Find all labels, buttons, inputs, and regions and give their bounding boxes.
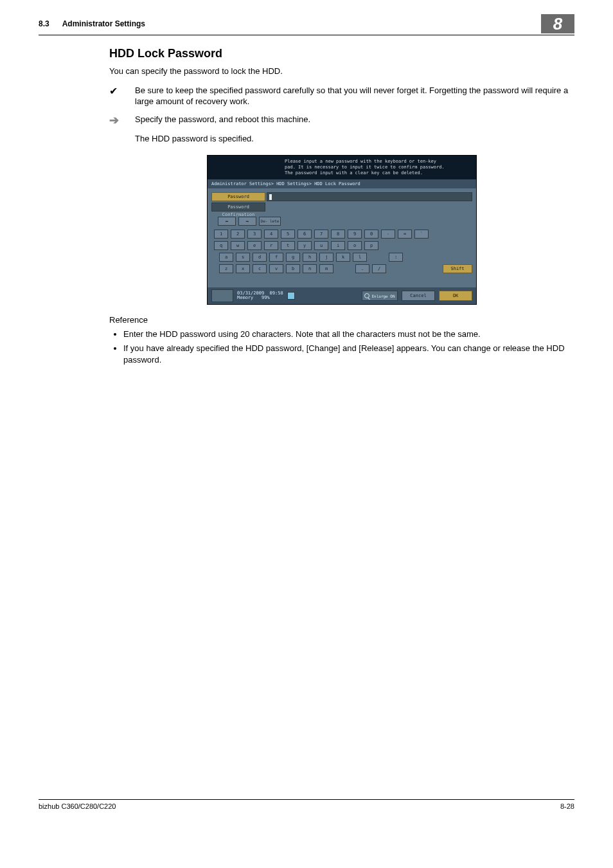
checkmark-icon: ✔ bbox=[109, 85, 135, 107]
arrow-left-icon: ⬅ bbox=[226, 219, 229, 224]
key-g[interactable]: g bbox=[286, 253, 300, 262]
procedure-result: The HDD password is specified. bbox=[135, 134, 574, 143]
cursor-right-button[interactable]: ➡ bbox=[238, 217, 256, 226]
keyboard-row-4: z x c v b n m . / Shift bbox=[219, 264, 472, 273]
page-title: HDD Lock Password bbox=[109, 47, 574, 60]
password-input[interactable] bbox=[267, 192, 472, 201]
key-backtick[interactable]: ` bbox=[414, 230, 429, 239]
procedure-item: ➔ Specify the password, and reboot this … bbox=[109, 114, 574, 128]
chapter-tab: 8 bbox=[541, 14, 574, 33]
key-m[interactable]: m bbox=[319, 264, 333, 273]
text-caret bbox=[269, 194, 272, 200]
key-h[interactable]: h bbox=[303, 253, 317, 262]
procedure-text: Specify the password, and reboot this ma… bbox=[135, 114, 574, 128]
key-a[interactable]: a bbox=[219, 253, 233, 262]
key-r[interactable]: r bbox=[264, 241, 278, 250]
status-memory-label: Memory bbox=[237, 295, 253, 300]
footer-page-number: 8-28 bbox=[560, 802, 574, 810]
keyboard-row-1: 1 2 3 4 5 6 7 8 9 0 - = ` bbox=[214, 230, 472, 239]
key-j[interactable]: j bbox=[319, 253, 333, 262]
section-title: Administrator Settings bbox=[62, 19, 541, 28]
instruction-line: pad. It is necessary to input it twice t… bbox=[285, 165, 471, 170]
magnifier-icon bbox=[364, 293, 369, 298]
key-equals[interactable]: = bbox=[398, 230, 412, 239]
key-8[interactable]: 8 bbox=[331, 230, 345, 239]
key-i[interactable]: i bbox=[331, 241, 345, 250]
key-u[interactable]: u bbox=[314, 241, 328, 250]
arrow-right-icon: ➡ bbox=[246, 219, 249, 224]
key-d[interactable]: d bbox=[253, 253, 267, 262]
tab-password-confirmation[interactable]: Password Confirmation bbox=[211, 203, 265, 212]
key-l[interactable]: l bbox=[353, 253, 367, 262]
key-shift[interactable]: Shift bbox=[443, 264, 472, 273]
instruction-line: Please input a new password with the key… bbox=[285, 159, 471, 165]
key-c[interactable]: c bbox=[253, 264, 267, 273]
key-period[interactable]: . bbox=[355, 264, 369, 273]
cancel-button[interactable]: Cancel bbox=[402, 291, 435, 301]
cursor-left-button[interactable]: ⬅ bbox=[218, 217, 236, 226]
status-text: 03/31/2009 09:58 Memory 99% bbox=[237, 291, 283, 301]
device-body: Password Password Confirmation ⬅ ➡ De- l… bbox=[208, 188, 476, 287]
reference-list: Enter the HDD password using 20 characte… bbox=[123, 329, 574, 365]
key-9[interactable]: 9 bbox=[348, 230, 362, 239]
key-v[interactable]: v bbox=[269, 264, 283, 273]
reference-item: Enter the HDD password using 20 characte… bbox=[123, 329, 574, 340]
delete-button[interactable]: De- lete bbox=[259, 217, 281, 226]
device-screenshot: Please input a new password with the key… bbox=[207, 155, 477, 305]
key-4[interactable]: 4 bbox=[264, 230, 278, 239]
checklist-item: ✔ Be sure to keep the specified password… bbox=[109, 85, 574, 107]
key-b[interactable]: b bbox=[286, 264, 300, 273]
key-o[interactable]: o bbox=[348, 241, 362, 250]
key-w[interactable]: w bbox=[231, 241, 245, 250]
device-footer: 03/31/2009 09:58 Memory 99% Enlarge ON C… bbox=[208, 287, 476, 304]
key-x[interactable]: x bbox=[236, 264, 250, 273]
arrow-right-icon: ➔ bbox=[109, 114, 135, 128]
key-slash[interactable]: / bbox=[372, 264, 386, 273]
tab-password[interactable]: Password bbox=[211, 192, 265, 201]
keyboard-row-3: a s d f g h j k l : bbox=[219, 253, 472, 262]
key-1[interactable]: 1 bbox=[214, 230, 228, 239]
key-t[interactable]: t bbox=[281, 241, 295, 250]
job-flag-icon bbox=[287, 292, 295, 300]
key-minus[interactable]: - bbox=[381, 230, 395, 239]
key-p[interactable]: p bbox=[364, 241, 378, 250]
enlarge-label: Enlarge ON bbox=[371, 294, 395, 298]
reference-heading: Reference bbox=[109, 315, 574, 325]
key-s[interactable]: s bbox=[236, 253, 250, 262]
reference-item: If you have already specified the HDD pa… bbox=[123, 343, 574, 365]
job-status-icon[interactable] bbox=[211, 289, 233, 302]
key-3[interactable]: 3 bbox=[247, 230, 262, 239]
intro-text: You can specify the password to lock the… bbox=[109, 66, 574, 77]
page-footer: bizhub C360/C280/C220 8-28 bbox=[39, 799, 574, 810]
key-k[interactable]: k bbox=[336, 253, 350, 262]
key-y[interactable]: y bbox=[298, 241, 312, 250]
key-q[interactable]: q bbox=[214, 241, 228, 250]
enlarge-button[interactable]: Enlarge ON bbox=[362, 291, 398, 301]
key-6[interactable]: 6 bbox=[298, 230, 312, 239]
breadcrumb: Administrator Settings> HDD Settings> HD… bbox=[208, 179, 476, 188]
keyboard-row-2: q w e r t y u i o p bbox=[214, 241, 472, 250]
key-0[interactable]: 0 bbox=[364, 230, 378, 239]
status-memory-value: 99% bbox=[262, 295, 270, 300]
status-time: 09:58 bbox=[270, 291, 283, 296]
key-5[interactable]: 5 bbox=[281, 230, 295, 239]
key-z[interactable]: z bbox=[219, 264, 233, 273]
key-colon[interactable]: : bbox=[389, 253, 403, 262]
key-n[interactable]: n bbox=[303, 264, 317, 273]
section-number: 8.3 bbox=[39, 19, 49, 28]
key-e[interactable]: e bbox=[247, 241, 262, 250]
page-header: 8.3 Administrator Settings 8 bbox=[39, 19, 574, 35]
key-7[interactable]: 7 bbox=[314, 230, 328, 239]
checklist-text: Be sure to keep the specified password c… bbox=[135, 85, 574, 107]
device-instruction-bar: Please input a new password with the key… bbox=[208, 156, 476, 179]
instruction-line: The password input with a clear key can … bbox=[285, 170, 471, 176]
key-f[interactable]: f bbox=[269, 253, 283, 262]
ok-button[interactable]: OK bbox=[439, 291, 472, 301]
key-2[interactable]: 2 bbox=[231, 230, 245, 239]
footer-model: bizhub C360/C280/C220 bbox=[39, 802, 560, 810]
